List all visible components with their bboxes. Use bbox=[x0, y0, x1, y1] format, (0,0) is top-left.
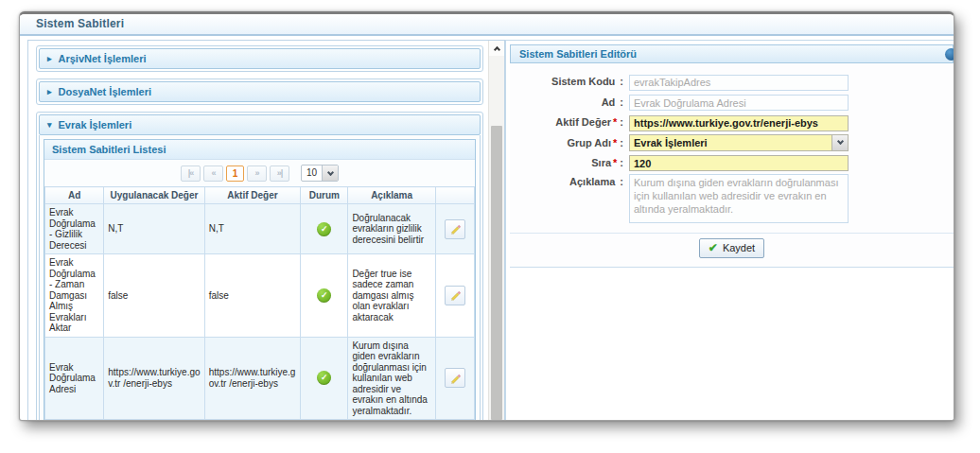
selected-option: Evrak İşlemleri bbox=[630, 137, 831, 148]
grup-adi-select[interactable]: Evrak İşlemleri bbox=[629, 134, 849, 151]
cell-uygulanacak: true bbox=[104, 420, 204, 422]
label-text: Grup Adı bbox=[567, 137, 611, 148]
field-label: Açıklama : bbox=[510, 174, 623, 187]
status-active-icon: ✓ bbox=[317, 222, 331, 236]
form-row-ad: Ad : bbox=[510, 94, 954, 112]
aciklama-field: Kurum dışına giden evrakların doğrulanma… bbox=[629, 174, 849, 223]
paginator-last-button[interactable]: »| bbox=[270, 166, 289, 182]
cell-aciklama bbox=[348, 420, 435, 422]
edit-row-button[interactable] bbox=[445, 368, 465, 388]
panel-toggle-icon[interactable] bbox=[945, 48, 954, 61]
edit-row-button[interactable] bbox=[445, 286, 465, 305]
system-constants-list-panel: Sistem Sabitleri Listesi |« « 1 » »| 10 bbox=[44, 139, 476, 421]
vertical-scrollbar[interactable] bbox=[488, 41, 504, 421]
dropdown-button[interactable] bbox=[322, 166, 338, 181]
triangle-right-icon: ▸ bbox=[47, 87, 52, 96]
form-row-aktif-deger: Aktif Değer * : bbox=[510, 113, 954, 131]
column-header-actions bbox=[435, 187, 474, 204]
column-header-uygulanacak[interactable]: Uygulanacak Değer bbox=[104, 187, 204, 204]
accordion-content-evrak: Sistem Sabitleri Listesi |« « 1 » »| 10 bbox=[39, 135, 481, 421]
table-row: Evrak Doğrulama Adresi https://www.turki… bbox=[45, 337, 475, 420]
pencil-icon bbox=[448, 222, 462, 235]
cell-aktif: false bbox=[204, 254, 300, 338]
accordion-item-dosyanet: ▸ DosyaNet İşlemleri bbox=[36, 78, 483, 105]
system-constants-table: Ad Uygulanacak Değer Aktif Değer Durum A… bbox=[44, 186, 475, 421]
cell-aktif: https://www.turkiye.gov.tr /enerji-ebys bbox=[204, 337, 300, 420]
required-marker: * bbox=[613, 116, 617, 128]
table-row: Evrak Doğrulama Kodu Aktif mi? true true… bbox=[45, 420, 475, 422]
label-separator: : bbox=[620, 176, 623, 187]
cell-uygulanacak: false bbox=[104, 254, 204, 338]
paginator-next-button[interactable]: » bbox=[247, 166, 267, 182]
chevron-up-icon bbox=[493, 46, 499, 53]
save-button-label: Kaydet bbox=[723, 242, 755, 253]
status-active-icon: ✓ bbox=[317, 371, 331, 385]
check-icon: ✔ bbox=[709, 241, 718, 254]
field-label: Sistem Kodu : bbox=[510, 76, 623, 87]
cell-aciklama: Değer true ise sadece zaman damgası almı… bbox=[348, 254, 435, 338]
editor-title: Sistem Sabitleri Editörü bbox=[519, 48, 637, 60]
column-header-ad[interactable]: Ad bbox=[45, 187, 104, 204]
rows-per-page-dropdown[interactable]: 10 bbox=[301, 165, 339, 182]
cell-ad: Evrak Doğrulama Adresi bbox=[45, 337, 104, 420]
list-panel-title: Sistem Sabitleri Listesi bbox=[44, 140, 475, 160]
label-separator: : bbox=[620, 116, 623, 128]
triangle-right-icon: ▸ bbox=[47, 54, 52, 63]
table-header-row: Ad Uygulanacak Değer Aktif Değer Durum A… bbox=[45, 187, 475, 204]
form-row-aciklama: Açıklama : Kurum dışına giden evrakların… bbox=[510, 174, 954, 227]
form-row-sira: Sıra * : bbox=[510, 154, 954, 172]
paginator-first-button[interactable]: |« bbox=[181, 166, 201, 182]
chevron-down-icon bbox=[836, 138, 843, 145]
system-constants-editor-panel: Sistem Sabitleri Editörü Sistem Kodu : A… bbox=[510, 44, 954, 268]
accordion-header-dosyanet[interactable]: ▸ DosyaNet İşlemleri bbox=[39, 81, 481, 102]
cell-ad: Evrak Doğrulama - Gizlilik Derecesi bbox=[45, 204, 104, 254]
table-row: Evrak Doğrulama - Gizlilik Derecesi N,T … bbox=[45, 204, 475, 254]
dropdown-button[interactable] bbox=[831, 135, 848, 150]
pencil-icon bbox=[448, 372, 462, 385]
label-separator: : bbox=[620, 76, 623, 87]
paginator-top: |« « 1 » »| 10 bbox=[44, 160, 475, 186]
label-text: Ad bbox=[602, 96, 616, 108]
edit-row-button[interactable] bbox=[445, 219, 465, 239]
cell-aktif: true bbox=[204, 420, 300, 422]
field-label: Grup Adı * : bbox=[510, 137, 623, 148]
rows-per-page-value: 10 bbox=[302, 166, 322, 181]
accordion-header-evrak[interactable]: ▾ Evrak İşlemleri bbox=[39, 114, 481, 135]
scrollbar-thumb[interactable] bbox=[491, 126, 502, 420]
ad-field bbox=[629, 95, 849, 111]
accordion-label: DosyaNet İşlemleri bbox=[59, 86, 151, 97]
window-title-bar: Sistem Sabitleri bbox=[20, 14, 954, 36]
pencil-icon bbox=[448, 288, 462, 302]
label-text: Sistem Kodu bbox=[551, 76, 615, 87]
cell-ad: Evrak Doğrulama - Zaman Damgası Almış Ev… bbox=[45, 254, 104, 338]
sira-field[interactable] bbox=[629, 155, 849, 171]
accordion-item-arsivnet: ▸ ArşivNet İşlemleri bbox=[36, 45, 483, 72]
editor-footer: ✔ Kaydet bbox=[510, 233, 954, 265]
paginator-prev-button[interactable]: « bbox=[203, 166, 223, 182]
cell-aciklama: Kurum dışına giden evrakların doğrulanma… bbox=[348, 337, 435, 420]
accordion-header-arsivnet[interactable]: ▸ ArşivNet İşlemleri bbox=[39, 48, 481, 69]
cell-uygulanacak: N,T bbox=[104, 204, 204, 254]
status-active-icon: ✓ bbox=[317, 288, 331, 303]
accordion-label: ArşivNet İşlemleri bbox=[59, 53, 147, 64]
label-text: Sıra bbox=[591, 157, 611, 168]
label-text: Açıklama bbox=[569, 176, 615, 187]
column-header-aciklama[interactable]: Açıklama bbox=[348, 187, 435, 204]
column-header-aktif[interactable]: Aktif Değer bbox=[204, 187, 300, 204]
app-window: Sistem Sabitleri ▸ ArşivNet İşlemleri ▸ … bbox=[19, 11, 954, 421]
table-row: Evrak Doğrulama - Zaman Damgası Almış Ev… bbox=[45, 254, 475, 338]
sistem-kodu-field bbox=[629, 75, 849, 91]
save-button[interactable]: ✔ Kaydet bbox=[699, 238, 764, 258]
label-text: Aktif Değer bbox=[555, 116, 611, 128]
scroll-up-button[interactable] bbox=[489, 41, 504, 56]
label-separator: : bbox=[620, 96, 623, 108]
page-title: Sistem Sabitleri bbox=[36, 17, 124, 30]
paginator-page-1[interactable]: 1 bbox=[226, 166, 244, 182]
field-label: Ad : bbox=[510, 96, 623, 108]
cell-aktif: N,T bbox=[204, 204, 300, 254]
column-header-durum[interactable]: Durum bbox=[301, 187, 348, 204]
label-separator: : bbox=[620, 137, 623, 148]
field-label: Aktif Değer * : bbox=[510, 116, 623, 128]
triangle-down-icon: ▾ bbox=[47, 120, 52, 130]
aktif-deger-field[interactable] bbox=[629, 115, 849, 131]
